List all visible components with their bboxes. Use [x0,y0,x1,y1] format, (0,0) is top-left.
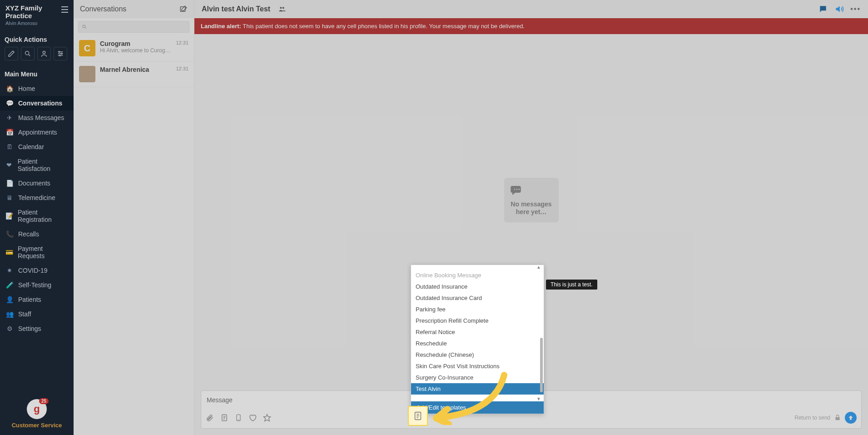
main-menu-label: Main Menu [0,65,74,81]
menu-icon: ❤ [5,161,13,169]
send-button[interactable] [845,412,857,424]
template-item[interactable]: Outdated Insurance Card [411,292,544,304]
sidebar-item-conversations[interactable]: 💬Conversations [0,96,74,110]
menu-label: Calendar [18,143,44,150]
menu-icon: 🏠 [5,85,14,92]
alert-label: Landline alert: [201,23,241,30]
sound-icon[interactable] [834,5,844,14]
menu-label: Patient Registration [18,209,68,223]
templates-icon[interactable] [220,414,228,422]
quick-actions-label: Quick Actions [0,30,74,47]
conversation-name: Marnel Abrenica [100,66,171,73]
add-edit-templates-button[interactable]: Add/Edit templates [411,401,544,414]
template-item[interactable]: Referral Notice [411,326,544,338]
menu-icon: 🖥 [5,194,14,201]
template-item[interactable]: Test Alvin [411,383,544,395]
star-icon[interactable] [263,414,271,422]
template-item[interactable]: Online Booking Message [411,270,544,281]
hamburger-icon[interactable] [61,6,68,13]
menu-label: Patients [18,296,41,303]
menu-label: Telemedicine [18,194,55,201]
menu-icon: 📅 [5,129,14,136]
template-item[interactable]: Parking fee [411,304,544,315]
conversation-item[interactable]: Marnel Abrenica12:31 [74,61,194,87]
highlighted-templates-button[interactable] [408,406,428,426]
sidebar-item-patient-registration[interactable]: 📝Patient Registration [0,205,74,227]
template-item[interactable]: Waitlist Invite [411,395,544,397]
avatar: C [79,40,95,56]
menu-icon: ✷ [5,267,14,274]
sidebar-item-self-testing[interactable]: 🧪Self-Testing [0,278,74,292]
template-item[interactable]: Skin Care Post Visit Instructions [411,360,544,372]
conversations-column: Conversations CCurogramHi Alvin, welcome… [74,0,194,435]
menu-icon: 💬 [5,100,14,107]
menu-icon: 💳 [5,249,13,256]
practice-name: XYZ Family Practice [5,5,61,20]
user-name: Alvin Amoroso [5,20,61,26]
more-icon[interactable]: ••• [850,5,861,13]
svg-line-11 [85,28,87,29]
template-item[interactable]: Prescription Refill Complete [411,315,544,326]
sidebar-item-patient-satisfaction[interactable]: ❤Patient Satisfaction [0,154,74,176]
conversation-search-input[interactable] [78,21,189,33]
phone-template-icon[interactable] [235,414,242,422]
badge-letter: g [34,403,40,415]
template-tooltip: This is just a test. [546,280,597,290]
svg-marker-23 [264,415,271,421]
quick-settings-button[interactable] [54,47,67,60]
compose-icon[interactable] [179,5,188,13]
svg-point-6 [59,51,60,53]
lock-icon[interactable] [834,414,841,421]
menu-icon: 📝 [5,212,13,220]
sidebar-item-mass-messages[interactable]: ✈Mass Messages [0,110,74,125]
conversation-item[interactable]: CCurogramHi Alvin, welcome to Curogr…12:… [74,35,194,61]
svg-point-8 [59,55,60,56]
menu-label: Recalls [18,230,39,238]
sidebar-item-patients[interactable]: 👤Patients [0,292,74,307]
template-item[interactable]: Surgery Co-Insurance [411,372,544,383]
quick-search-button[interactable] [21,47,35,60]
group-icon[interactable] [278,5,287,13]
menu-icon: 📞 [5,230,14,238]
conversation-snippet: Hi Alvin, welcome to Curogr… [100,47,171,54]
return-to-send-label: Return to send [794,415,830,421]
sidebar-item-calendar[interactable]: 🗓Calendar [0,140,74,154]
template-item[interactable]: Outdated Insurance [411,281,544,292]
svg-point-10 [83,25,85,28]
menu-label: COVID-19 [18,267,48,274]
menu-label: Mass Messages [18,114,64,121]
svg-point-16 [518,189,520,190]
menu-icon: 👤 [5,296,14,303]
menu-icon: ⚙ [5,325,14,332]
quick-compose-button[interactable] [5,47,18,60]
template-item[interactable]: Reschedule (Chinese) [411,349,544,360]
chat-bubble-icon[interactable] [818,5,828,14]
sidebar-item-home[interactable]: 🏠Home [0,81,74,96]
alert-text: This patient does not seem to have any c… [243,23,525,30]
menu-label: Payment Requests [18,245,68,260]
sidebar-item-telemedicine[interactable]: 🖥Telemedicine [0,190,74,205]
sidebar-item-documents[interactable]: 📄Documents [0,176,74,190]
conversation-time: 12:31 [176,40,188,56]
sidebar-item-appointments[interactable]: 📅Appointments [0,125,74,140]
sidebar-item-settings[interactable]: ⚙Settings [0,321,74,336]
empty-bubble-icon [509,184,554,198]
sidebar-item-recalls[interactable]: 📞Recalls [0,227,74,241]
attachment-icon[interactable] [206,414,214,422]
scroll-up-icon[interactable]: ▲ [411,265,544,270]
customer-service-badge[interactable]: g 25 [27,399,47,419]
svg-point-12 [280,7,282,9]
sidebar-item-staff[interactable]: 👥Staff [0,307,74,321]
svg-point-7 [61,53,62,55]
menu-icon: 📄 [5,180,14,187]
quick-patient-button[interactable] [37,47,51,60]
template-item[interactable]: Reschedule [411,338,544,349]
scroll-down-icon[interactable]: ▼ [411,397,544,401]
favorite-icon[interactable] [248,414,257,422]
svg-point-0 [25,51,29,55]
sidebar-item-payment-requests[interactable]: 💳Payment Requests [0,241,74,263]
menu-label: Conversations [18,100,62,107]
svg-point-13 [283,7,284,9]
template-scrollbar[interactable] [540,338,543,392]
sidebar-item-covid-19[interactable]: ✷COVID-19 [0,263,74,278]
